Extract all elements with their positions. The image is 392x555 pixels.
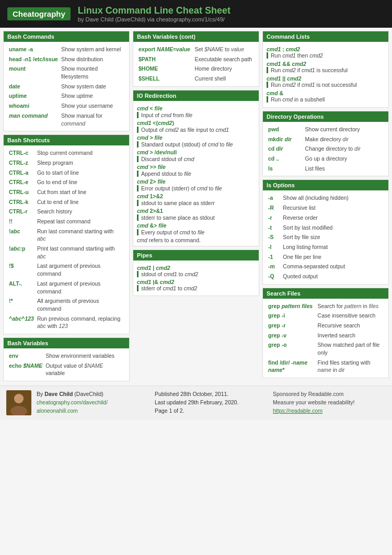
io-redirection-section: IO Redirection cmd < file Input of cmd f…	[133, 90, 259, 246]
column-3: Command Lists cmd1 ; cmd2 Run cmd1 then …	[262, 31, 389, 381]
footer-sponsored: Sponsored by Readable.com Measure your w…	[273, 390, 386, 415]
io-block: cmd > /dev/null Discard stdout of cmd	[137, 149, 255, 162]
table-row: mount Show mounted filesystems	[7, 64, 125, 81]
bash-shortcuts-body: CTRL-c Stop current command CTRL-z Sleep…	[4, 145, 129, 334]
table-row: ls List files	[267, 164, 385, 174]
command-lists-body: cmd1 ; cmd2 Run cmd1 then cmd2 cmd1 && c…	[263, 42, 388, 107]
table-row: !! Repeat last command	[7, 217, 125, 226]
table-row: CTRL-k Cut to end of line	[7, 197, 125, 207]
page-title: Linux Command Line Cheat Sheet	[78, 5, 230, 16]
table-row: uptime Show uptime	[7, 91, 125, 101]
table-row: cd .. Go up a directory	[267, 154, 385, 164]
subtitle: by Dave Child (DaveChild) via cheatograp…	[78, 16, 230, 22]
table-row: echo $NAME Output value of $NAME variabl…	[7, 361, 125, 378]
table-row: -t Sort by last modified	[267, 223, 385, 233]
header-title: Linux Command Line Cheat Sheet by Dave C…	[78, 5, 230, 22]
bash-commands-table: uname -a Show system and kernel head -n1…	[7, 44, 125, 128]
command-lists-section: Command Lists cmd1 ; cmd2 Run cmd1 then …	[262, 31, 389, 108]
ls-options-table: -a Show all (including hidden) -R Recurs…	[267, 193, 385, 281]
cl-block: cmd & Run cmd in a subshell	[267, 90, 385, 103]
table-row: !abc:p Print last command starting with …	[7, 244, 125, 261]
table-row: -R Recursive list	[267, 203, 385, 213]
table-row: whoami Show your username	[7, 101, 125, 111]
search-files-table: grep pattern files Search for pattern in…	[267, 301, 385, 376]
io-block: cmd &> file Every output of cmd to file	[137, 222, 255, 235]
search-files-header: Search Files	[263, 288, 388, 299]
bash-shortcuts-table: CTRL-c Stop current command CTRL-z Sleep…	[7, 148, 125, 331]
io-note: cmd refers to a command.	[137, 237, 255, 243]
table-row: export NAME=value Set $NAME to value	[137, 44, 255, 54]
main-content: Bash Commands uname -a Show system and k…	[0, 28, 392, 384]
table-row: -l Long listing format	[267, 242, 385, 252]
pipe-block: cmd1 | cmd2 stdout of cmd1 to cmd2	[137, 265, 255, 277]
table-row: date Show system date	[7, 82, 125, 92]
directory-operations-header: Directory Operations	[263, 111, 388, 122]
bash-commands-header: Bash Commands	[4, 31, 129, 42]
table-row: -m Comma-separated output	[267, 262, 385, 271]
table-row: CTRL-z Sleep program	[7, 158, 125, 168]
column-2: Bash Variables (cont) export NAME=value …	[133, 31, 259, 381]
bash-variables-table: env Show environment variables echo $NAM…	[7, 351, 125, 378]
io-block: cmd >> file Append stdout to file	[137, 164, 255, 177]
table-row: uname -a Show system and kernel	[7, 44, 125, 54]
table-row: CTRL-r Search history	[7, 207, 125, 217]
pipes-section: Pipes cmd1 | cmd2 stdout of cmd1 to cmd2…	[133, 250, 259, 296]
bash-variables-cont-table: export NAME=value Set $NAME to value $PA…	[137, 44, 255, 84]
table-row: $PATH Executable search path	[137, 54, 255, 64]
bash-variables-section: Bash Variables env Show environment vari…	[3, 337, 130, 381]
sponsored-by: Sponsored by Readable.com	[273, 390, 386, 399]
table-row: find /dir/ -name name* Find files starti…	[267, 358, 385, 375]
directory-operations-body: pwd Show current directory mkdir dir Mak…	[263, 122, 388, 176]
bash-commands-section: Bash Commands uname -a Show system and k…	[3, 31, 130, 131]
io-block: cmd 2>&1 stderr to same place as stdout	[137, 208, 255, 221]
table-row: -r Reverse order	[267, 213, 385, 223]
directory-operations-section: Directory Operations pwd Show current di…	[262, 111, 389, 176]
sponsored-desc: Measure your website readability!	[273, 399, 386, 407]
bash-variables-header: Bash Variables	[4, 338, 129, 348]
footer-link2: aloneonahill.com	[37, 407, 149, 415]
table-row: ^abc^123 Run previous command, replacing…	[7, 314, 125, 331]
cl-block: cmd1 || cmd2 Run cmd2 if cmd1 is not suc…	[267, 75, 385, 88]
author-avatar	[6, 390, 31, 415]
footer-meta: Published 28th October, 2011. Last updat…	[155, 390, 268, 415]
table-row: -S Sort by file size	[267, 232, 385, 242]
logo: Cheatography	[7, 7, 71, 20]
footer: By Dave Child (DaveChild) cheatography.c…	[0, 386, 392, 420]
ls-options-body: -a Show all (including hidden) -R Recurs…	[263, 190, 388, 284]
io-block: cmd < file Input of cmd from file	[137, 105, 255, 118]
table-row: grep pattern files Search for pattern in…	[267, 301, 385, 311]
bash-variables-cont-section: Bash Variables (cont) export NAME=value …	[133, 31, 259, 87]
cl-block: cmd1 && cmd2 Run cmd2 if cmd1 is success…	[267, 61, 385, 73]
table-row: !* All arguments of previous command	[7, 296, 125, 313]
io-block: cmd 1>&2 stdout to same place as stderr	[137, 193, 255, 206]
table-row: grep -i Case insensitive search	[267, 311, 385, 321]
bash-shortcuts-header: Bash Shortcuts	[4, 135, 129, 145]
bash-variables-cont-header: Bash Variables (cont)	[133, 31, 259, 42]
bash-variables-cont-body: export NAME=value Set $NAME to value $PA…	[133, 42, 259, 86]
table-row: CTRL-e Go to end of line	[7, 177, 125, 187]
pipes-body: cmd1 | cmd2 stdout of cmd1 to cmd2 cmd1 …	[133, 260, 259, 296]
table-row: $HOME Home directory	[137, 64, 255, 74]
io-block: cmd1 <(cmd2) Output of cmd2 as file inpu…	[137, 120, 255, 133]
cl-block: cmd1 ; cmd2 Run cmd1 then cmd2	[267, 46, 385, 59]
table-row: $SHELL Current shell	[137, 74, 255, 84]
bash-shortcuts-section: Bash Shortcuts CTRL-c Stop current comma…	[3, 134, 130, 334]
sponsored-link: https://readable.com	[273, 407, 386, 415]
directory-operations-table: pwd Show current directory mkdir dir Mak…	[267, 124, 385, 173]
table-row: grep -v Inverted search	[267, 331, 385, 341]
table-row: !$ Last argument of previous command	[7, 261, 125, 278]
footer-published: Published 28th October, 2011.	[155, 390, 268, 399]
footer-updated: Last updated 29th February, 2020.	[155, 399, 268, 407]
header: Cheatography Linux Command Line Cheat Sh…	[0, 0, 392, 28]
io-block: cmd > file Standard output (stdout) of c…	[137, 134, 255, 148]
search-files-body: grep pattern files Search for pattern in…	[263, 299, 388, 378]
search-files-section: Search Files grep pattern files Search f…	[262, 288, 389, 379]
table-row: CTRL-u Cut from start of line	[7, 187, 125, 197]
footer-author-info: By Dave Child (DaveChild) cheatography.c…	[37, 390, 149, 415]
ls-options-header: ls Options	[263, 180, 388, 190]
table-row: -1 One file per line	[267, 252, 385, 262]
table-row: man command Show manual for command	[7, 111, 125, 128]
ls-options-section: ls Options -a Show all (including hidden…	[262, 179, 389, 284]
io-block: cmd 2> file Error output (stderr) of cmd…	[137, 178, 255, 191]
svg-point-3	[14, 394, 24, 403]
